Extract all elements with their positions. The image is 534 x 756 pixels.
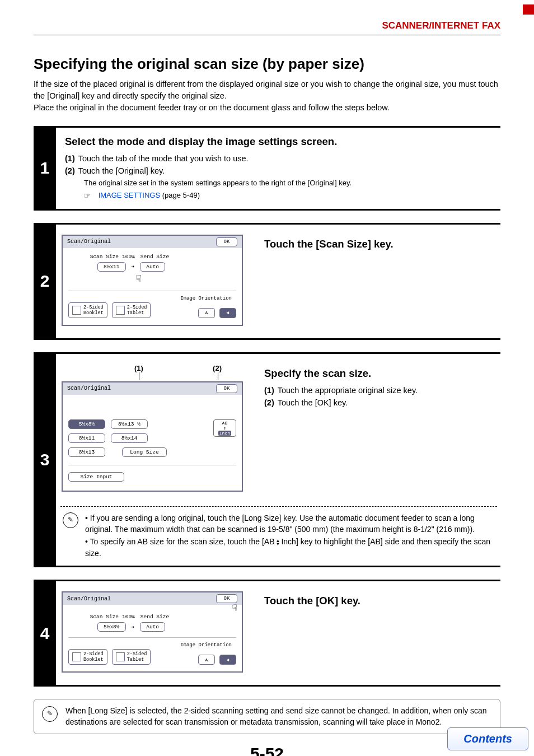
scan-size-label: Scan Size bbox=[68, 254, 119, 260]
orientation-portrait-button[interactable]: A bbox=[198, 655, 215, 665]
hand-pointer-icon: ☟ bbox=[232, 603, 237, 614]
color-accent-bar bbox=[523, 4, 534, 15]
ok-button[interactable]: OK bbox=[216, 384, 237, 393]
callout-line-2 bbox=[218, 372, 218, 380]
inch-option: Inch bbox=[218, 431, 231, 436]
size-8x14-button[interactable]: 8½x14 bbox=[111, 433, 148, 443]
arrow-icon: ➔ bbox=[132, 263, 135, 270]
callout-1: (1) bbox=[134, 364, 143, 372]
image-settings-link[interactable]: IMAGE SETTINGS bbox=[99, 191, 161, 199]
section-header: SCANNER/INTERNET FAX bbox=[34, 20, 500, 31]
orientation-label: Image Orientation bbox=[68, 642, 232, 648]
page-title: Specifying the original scan size (by pa… bbox=[34, 55, 500, 73]
step-number-1: 1 bbox=[34, 128, 56, 209]
step1-sub2-t: Touch the [Original] key. bbox=[78, 166, 165, 175]
up-down-icon: ⇕ bbox=[223, 426, 226, 431]
two-sided-booklet-button[interactable]: 2-Sided Booklet bbox=[68, 649, 107, 665]
step3-sub2-t: Touch the [OK] key. bbox=[278, 398, 348, 407]
step-1: 1 Select the mode and display the image … bbox=[34, 126, 500, 211]
scan-size-button[interactable]: 8½x11 bbox=[97, 262, 126, 272]
scan-original-panel-final: Scan/Original OK ☟ Scan Size 100% Send S… bbox=[62, 591, 243, 673]
step-number-2: 2 bbox=[34, 225, 56, 338]
orientation-portrait-button[interactable]: A bbox=[198, 308, 215, 318]
orientation-landscape-button[interactable]: ◄ bbox=[219, 308, 236, 318]
step-number-4: 4 bbox=[34, 581, 56, 685]
bottom-note-text: When [Long Size] is selected, the 2-side… bbox=[65, 705, 492, 728]
orientation-label: Image Orientation bbox=[68, 296, 232, 301]
send-size-label: Send Size bbox=[140, 254, 169, 260]
bottom-note: ✎ When [Long Size] is selected, the 2-si… bbox=[34, 699, 500, 734]
arrow-icon: ➔ bbox=[132, 624, 135, 631]
panel-title: Scan/Original bbox=[67, 239, 111, 245]
step-2: 2 Scan/Original OK Scan Size 100% Send S… bbox=[34, 223, 500, 340]
header-underline bbox=[34, 35, 500, 35]
up-down-inline-icon: ▲▼ bbox=[276, 539, 280, 546]
tablet-icon bbox=[116, 306, 125, 315]
callout-line-1 bbox=[139, 372, 139, 380]
step-3: 3 (1) (2) Scan/Orig bbox=[34, 352, 500, 567]
send-size-label: Send Size bbox=[140, 614, 169, 620]
zoom-ratio: 100% bbox=[122, 254, 135, 260]
ab-inch-toggle[interactable]: AB ⇕ Inch bbox=[213, 419, 236, 437]
step-number-3: 3 bbox=[34, 354, 56, 566]
tablet-icon bbox=[116, 652, 125, 661]
orientation-landscape-button[interactable]: ◄ bbox=[219, 655, 236, 665]
ab-option: AB bbox=[221, 421, 229, 426]
step1-sub1-t: Touch the tab of the mode that you wish … bbox=[78, 154, 249, 163]
intro-text: If the size of the placed original is di… bbox=[34, 78, 500, 114]
size-8x13half-button[interactable]: 8½x13 ½ bbox=[111, 419, 148, 429]
send-size-button[interactable]: Auto bbox=[140, 622, 165, 632]
panel-title: Scan/Original bbox=[67, 385, 111, 391]
size-input-button[interactable]: Size Input bbox=[68, 472, 124, 482]
booklet-icon bbox=[72, 652, 81, 661]
booklet-icon bbox=[72, 306, 81, 315]
size-5half-button[interactable]: 5½x8½ bbox=[68, 419, 105, 429]
ok-button[interactable]: OK bbox=[216, 594, 237, 603]
step3-title: Specify the scan size. bbox=[264, 367, 494, 380]
step1-sub2-n: (2) bbox=[65, 166, 75, 175]
pointer-icon: ☞ bbox=[84, 191, 93, 201]
step3-sub1-t: Touch the appropriate original size key. bbox=[278, 386, 418, 395]
note-icon: ✎ bbox=[63, 512, 78, 528]
long-size-button[interactable]: Long Size bbox=[122, 447, 167, 457]
step4-title: Touch the [OK] key. bbox=[264, 595, 494, 607]
ok-button[interactable]: OK bbox=[216, 237, 237, 246]
hand-pointer-icon: ☟ bbox=[135, 273, 236, 285]
send-size-button[interactable]: Auto bbox=[140, 262, 165, 272]
two-sided-tablet-button[interactable]: 2-Sided Tablet bbox=[112, 302, 151, 318]
step3-sub1-n: (1) bbox=[264, 386, 274, 395]
step1-sub1-n: (1) bbox=[65, 154, 75, 163]
zoom-ratio: 100% bbox=[122, 614, 135, 620]
note-icon: ✎ bbox=[42, 706, 58, 722]
contents-button[interactable]: Contents bbox=[447, 727, 528, 750]
two-sided-tablet-button[interactable]: 2-Sided Tablet bbox=[112, 649, 151, 665]
size-8x11-button[interactable]: 8½x11 bbox=[68, 433, 105, 443]
size-select-panel: Scan/Original OK 5½x8½ 8½x11 8½x13 bbox=[62, 381, 243, 492]
step1-detail: The original size set in the system sett… bbox=[84, 178, 496, 188]
step2-title: Touch the [Scan Size] key. bbox=[264, 238, 494, 250]
step3-note-2a: To specify an AB size for the scan size,… bbox=[90, 537, 275, 546]
panel-title: Scan/Original bbox=[67, 596, 111, 602]
step3-sub2-n: (2) bbox=[264, 398, 274, 407]
size-8x13-button[interactable]: 8½x13 bbox=[68, 447, 105, 457]
step1-title: Select the mode and display the image se… bbox=[65, 136, 496, 148]
link-page-ref: (page 5-49) bbox=[160, 191, 200, 199]
two-sided-booklet-button[interactable]: 2-Sided Booklet bbox=[68, 302, 107, 318]
callout-2: (2) bbox=[213, 364, 222, 372]
step3-note-1: If you are sending a long original, touc… bbox=[85, 514, 475, 534]
step-4: 4 Scan/Original OK ☟ Scan Size bbox=[34, 580, 500, 687]
scan-original-panel: Scan/Original OK Scan Size 100% Send Siz… bbox=[62, 235, 243, 326]
page-number: 5-52 bbox=[34, 744, 500, 756]
scan-size-label: Scan Size bbox=[68, 614, 119, 620]
scan-size-button[interactable]: 5½x8½ bbox=[97, 622, 126, 632]
